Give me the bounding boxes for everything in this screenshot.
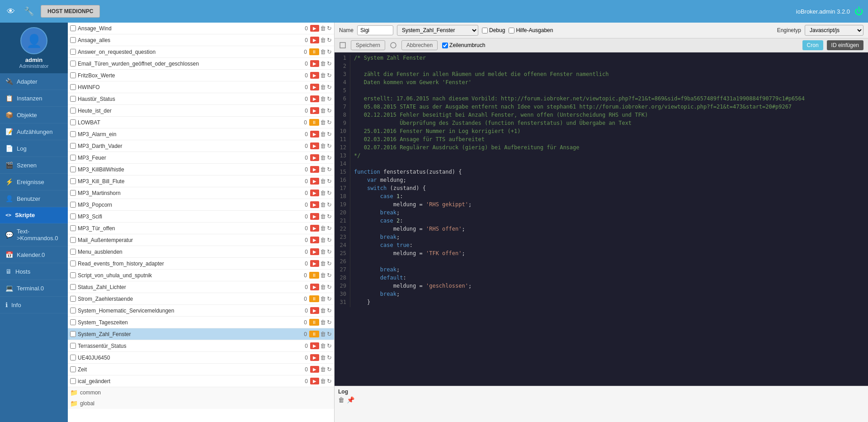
- refresh-button[interactable]: ↻: [327, 237, 332, 243]
- script-checkbox[interactable]: [70, 366, 76, 372]
- delete-button[interactable]: 🗑: [320, 166, 326, 173]
- script-checkbox[interactable]: [70, 284, 76, 290]
- script-checkbox[interactable]: [70, 190, 76, 196]
- play-button[interactable]: ▶: [310, 178, 319, 185]
- script-list-item[interactable]: Ansage_alles0▶🗑↻: [68, 34, 334, 46]
- sidebar-item-kalender[interactable]: 📅 Kalender.0: [0, 247, 68, 263]
- wrench-icon-btn[interactable]: 🔧: [22, 4, 36, 19]
- eye-icon-btn[interactable]: 👁: [5, 5, 17, 19]
- refresh-button[interactable]: ↻: [327, 25, 332, 32]
- script-list-item[interactable]: MP3_Popcorn0▶🗑↻: [68, 199, 334, 211]
- script-checkbox[interactable]: [70, 225, 76, 231]
- refresh-button[interactable]: ↻: [327, 107, 332, 114]
- delete-button[interactable]: 🗑: [320, 131, 326, 138]
- refresh-button[interactable]: ↻: [327, 284, 332, 290]
- script-list-item[interactable]: Menu_ausblenden0▶🗑↻: [68, 246, 334, 258]
- play-button[interactable]: ▶: [310, 131, 319, 138]
- script-list-item[interactable]: MP3_Martinshorn0▶🗑↻: [68, 187, 334, 199]
- delete-button[interactable]: 🗑: [320, 37, 326, 43]
- delete-button[interactable]: 🗑: [320, 142, 326, 149]
- refresh-button[interactable]: ↻: [327, 72, 332, 79]
- play-button[interactable]: ▶: [310, 307, 319, 314]
- delete-button[interactable]: 🗑: [320, 84, 326, 90]
- play-button[interactable]: ▶: [310, 366, 319, 373]
- play-button[interactable]: ▶: [310, 72, 319, 79]
- refresh-button[interactable]: ↻: [327, 84, 332, 90]
- refresh-button[interactable]: ↻: [327, 60, 332, 67]
- script-checkbox[interactable]: [70, 296, 76, 302]
- log-clear-button[interactable]: 🗑: [338, 396, 344, 403]
- id-insert-button[interactable]: ID einfügen: [827, 40, 863, 50]
- delete-button[interactable]: 🗑: [320, 48, 326, 55]
- delete-button[interactable]: 🗑: [320, 178, 326, 185]
- pause-button[interactable]: ⏸: [309, 331, 319, 337]
- script-list-item[interactable]: Email_Türen_wurden_geöffnet_oder_geschlo…: [68, 58, 334, 70]
- sidebar-item-ereignisse[interactable]: ⚡ Ereignisse: [0, 174, 68, 190]
- script-checkbox[interactable]: [70, 213, 76, 219]
- delete-button[interactable]: 🗑: [320, 284, 326, 290]
- script-checkbox[interactable]: [70, 49, 76, 55]
- play-button[interactable]: ▶: [310, 201, 319, 208]
- script-list-item[interactable]: MP3_Tür_offen0▶🗑↻: [68, 223, 334, 234]
- sidebar-item-szenen[interactable]: 🎬 Szenen: [0, 157, 68, 174]
- log-scroll-button[interactable]: 📌: [347, 396, 354, 403]
- play-button[interactable]: ▶: [310, 60, 319, 67]
- script-list-item[interactable]: System_Zahl_Fenster0⏸🗑↻: [68, 328, 334, 340]
- play-button[interactable]: ▶: [310, 37, 319, 43]
- script-checkbox[interactable]: [70, 178, 76, 184]
- delete-button[interactable]: 🗑: [320, 366, 326, 373]
- refresh-button[interactable]: ↻: [327, 260, 332, 267]
- zeilennumbruch-checkbox[interactable]: [442, 43, 448, 48]
- script-list-item[interactable]: Status_Zahl_Lichter0▶🗑↻: [68, 281, 334, 293]
- refresh-button[interactable]: ↻: [327, 342, 332, 349]
- cancel-button[interactable]: Abbrechen: [401, 40, 438, 50]
- save-button[interactable]: Speichern: [351, 40, 385, 50]
- script-list-item[interactable]: MP3_Kill_Bill_Flute0▶🗑↻: [68, 175, 334, 187]
- delete-button[interactable]: 🗑: [320, 119, 326, 126]
- sidebar-item-hosts[interactable]: 🖥 Hosts: [0, 263, 68, 280]
- delete-button[interactable]: 🗑: [320, 248, 326, 255]
- script-checkbox[interactable]: [70, 331, 76, 337]
- sidebar-item-info[interactable]: ℹ Info: [0, 297, 68, 313]
- delete-button[interactable]: 🗑: [320, 272, 326, 279]
- folder-item[interactable]: 📁common: [68, 387, 334, 398]
- sidebar-item-adapter[interactable]: 🔌 Adapter: [0, 73, 68, 90]
- play-button[interactable]: ▶: [310, 95, 319, 102]
- delete-button[interactable]: 🗑: [320, 260, 326, 267]
- play-button[interactable]: ▶: [310, 378, 319, 384]
- play-button[interactable]: ▶: [310, 154, 319, 161]
- delete-button[interactable]: 🗑: [320, 237, 326, 243]
- script-checkbox[interactable]: [70, 84, 76, 90]
- script-checkbox[interactable]: [70, 37, 76, 43]
- cron-button[interactable]: Cron: [802, 40, 823, 50]
- script-checkbox[interactable]: [70, 166, 76, 172]
- refresh-button[interactable]: ↻: [327, 225, 332, 232]
- script-list-item[interactable]: Ansage_Wind0▶🗑↻: [68, 23, 334, 34]
- delete-button[interactable]: 🗑: [320, 60, 326, 67]
- script-list-item[interactable]: UE40JU64500▶🗑↻: [68, 352, 334, 364]
- sidebar-item-log[interactable]: 📄 Log: [0, 140, 68, 157]
- refresh-button[interactable]: ↻: [327, 213, 332, 220]
- script-checkbox[interactable]: [70, 355, 76, 360]
- delete-button[interactable]: 🗑: [320, 72, 326, 79]
- script-checkbox[interactable]: [70, 378, 76, 384]
- play-button[interactable]: ▶: [310, 225, 319, 232]
- refresh-button[interactable]: ↻: [327, 319, 332, 326]
- refresh-button[interactable]: ↻: [327, 354, 332, 361]
- script-checkbox[interactable]: [70, 343, 76, 349]
- script-checkbox[interactable]: [70, 237, 76, 243]
- sidebar-item-instanzen[interactable]: 📋 Instanzen: [0, 90, 68, 107]
- pause-button[interactable]: ⏸: [309, 119, 319, 126]
- delete-button[interactable]: 🗑: [320, 319, 326, 326]
- play-button[interactable]: ▶: [310, 25, 319, 32]
- script-checkbox[interactable]: [70, 143, 76, 149]
- script-checkbox[interactable]: [70, 272, 76, 278]
- script-list-item[interactable]: MP3_KillBillWhistle0▶🗑↻: [68, 164, 334, 175]
- sidebar-item-objekte[interactable]: 📦 Objekte: [0, 107, 68, 123]
- delete-button[interactable]: 🗑: [320, 378, 326, 384]
- engine-select[interactable]: Javascript/jsBlocklyTypeScript/ts: [805, 25, 863, 36]
- script-checkbox[interactable]: [70, 308, 76, 313]
- sidebar-item-text-kommandos[interactable]: 💬 Text->Kommandos.0: [0, 223, 68, 247]
- sidebar-item-skripte[interactable]: <> Skripte: [0, 207, 68, 223]
- refresh-button[interactable]: ↻: [327, 48, 332, 55]
